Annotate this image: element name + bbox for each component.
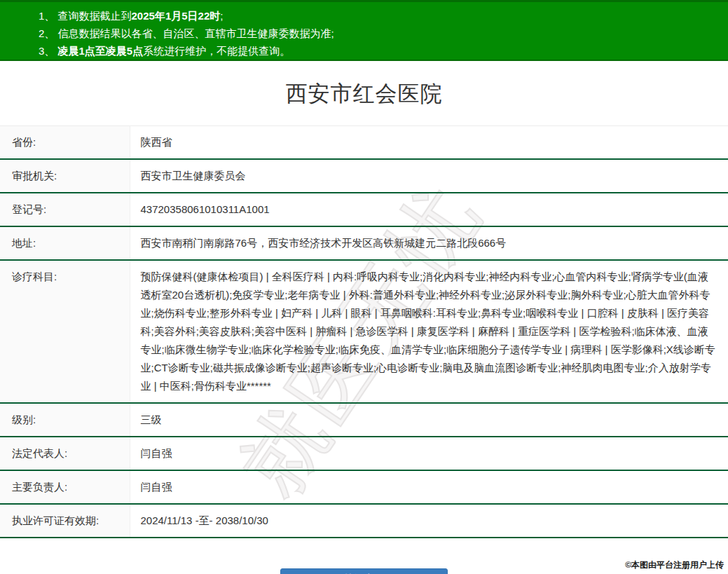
table-row: 级别:三级 [0, 403, 728, 437]
image-credit: ©本图由平台注册用户上传 [625, 559, 724, 571]
table-row: 地址:西安市南稍门南廓路76号，西安市经济技术开发区高铁新城建元二路北段666号 [0, 226, 728, 260]
hospital-info-rows: 省份:陕西省审批机关:西安市卫生健康委员会登记号:437203580610103… [0, 126, 728, 538]
row-value: 2024/11/13 -至- 2038/10/30 [130, 504, 728, 538]
page-title: 西安市红会医院 [0, 79, 728, 109]
notice-text-pre: 2、 信息数据结果以各省、自治区、直辖市卫生健康委数据为准; [39, 27, 334, 39]
notice-text-bold: 凌晨1点至凌晨5点 [58, 45, 144, 57]
row-label: 审批机关: [0, 159, 130, 193]
row-label: 诊疗科目: [0, 260, 130, 403]
notice-line: 3、 凌晨1点至凌晨5点系统进行维护，不能提供查询。 [39, 42, 728, 60]
row-value: 陕西省 [130, 126, 728, 160]
notice-text-bold: 2025年1月5日22时 [132, 10, 221, 22]
notice-banner: 1、 查询数据截止到2025年1月5日22时;2、 信息数据结果以各省、自治区、… [0, 0, 728, 61]
row-value: 预防保健科(健康体检项目) | 全科医疗科 | 内科:呼吸内科专业;消化内科专业… [130, 260, 728, 403]
notice-text-post: 系统进行维护，不能提供查询。 [143, 45, 290, 57]
button-row: 〖关闭窗口〗 [0, 568, 728, 574]
row-label: 法定代表人: [0, 437, 130, 470]
notice-text-pre: 3、 [39, 45, 58, 57]
row-value: 西安市南稍门南廓路76号，西安市经济技术开发区高铁新城建元二路北段666号 [130, 226, 728, 260]
row-label: 登记号: [0, 193, 130, 226]
row-label: 级别: [0, 403, 130, 437]
table-row: 审批机关:西安市卫生健康委员会 [0, 159, 728, 193]
row-label: 主要负责人: [0, 470, 130, 504]
row-value: 闫自强 [130, 437, 728, 470]
close-window-button[interactable]: 〖关闭窗口〗 [280, 568, 448, 574]
row-label: 地址: [0, 226, 130, 260]
notice-text-post: ; [220, 10, 223, 22]
row-value: 闫自强 [130, 470, 728, 504]
row-value: 西安市卫生健康委员会 [130, 159, 728, 193]
notice-line: 1、 查询数据截止到2025年1月5日22时; [39, 7, 728, 25]
table-row: 法定代表人:闫自强 [0, 437, 728, 470]
table-row: 诊疗科目:预防保健科(健康体检项目) | 全科医疗科 | 内科:呼吸内科专业;消… [0, 260, 728, 403]
hospital-info-table: 省份:陕西省审批机关:西安市卫生健康委员会登记号:437203580610103… [0, 125, 728, 538]
notice-text-pre: 1、 查询数据截止到 [39, 10, 132, 22]
table-row: 登记号:43720358061010311A1001 [0, 193, 728, 226]
table-row: 执业许可证有效期:2024/11/13 -至- 2038/10/30 [0, 504, 728, 538]
table-row: 主要负责人:闫自强 [0, 470, 728, 504]
row-label: 执业许可证有效期: [0, 504, 130, 538]
row-value: 三级 [130, 403, 728, 437]
row-label: 省份: [0, 126, 130, 160]
table-row: 省份:陕西省 [0, 126, 728, 160]
notice-line: 2、 信息数据结果以各省、自治区、直辖市卫生健康委数据为准; [39, 25, 728, 42]
row-value: 43720358061010311A1001 [130, 193, 728, 226]
